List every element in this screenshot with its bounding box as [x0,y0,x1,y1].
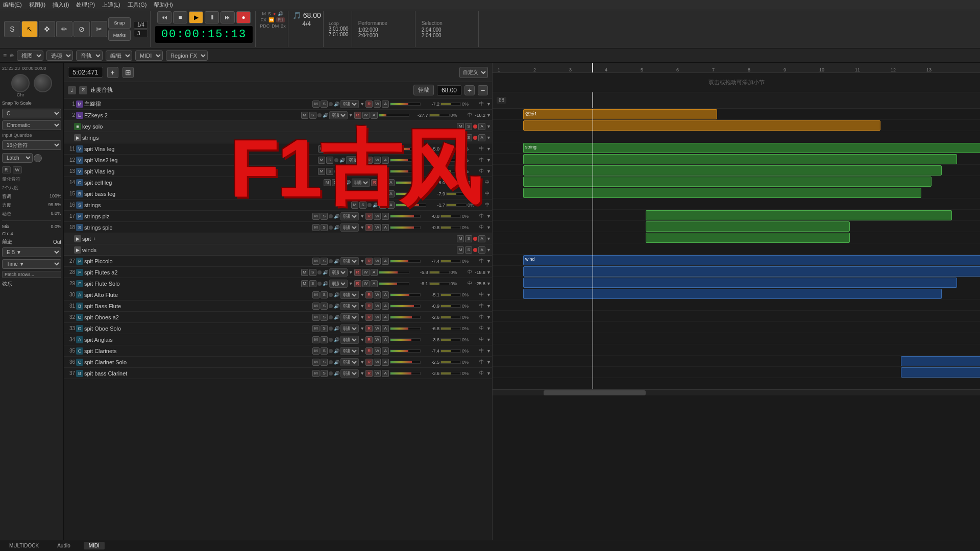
mute-btn-28[interactable]: M [301,269,308,276]
a-btn-17[interactable]: A [382,213,389,220]
read-btn-18[interactable]: R [365,224,373,231]
read-btn-11[interactable]: R [365,145,373,153]
dropdown-28[interactable]: ▼ [349,270,353,275]
a-btn-36[interactable]: A [382,359,389,366]
play-btn[interactable]: ▶ [189,11,203,23]
solo-btn-29[interactable]: S [309,280,316,287]
solo-btn-16[interactable]: S [359,202,366,209]
mute-btn-1[interactable]: M [312,101,320,108]
cycle-btn[interactable]: ⊞ [122,67,134,78]
read-btn-27[interactable]: R [365,258,373,265]
expand-28[interactable]: ▼ [486,270,491,275]
clip-1[interactable]: 弦乐1 [523,109,717,119]
expand-27[interactable]: ▼ [486,259,491,264]
solo-btn-34[interactable]: S [321,336,328,343]
clip-35[interactable] [901,356,980,366]
audio-select[interactable]: 音轨 [76,51,103,61]
track-list-icon[interactable]: ≡ [3,52,7,59]
key-selector[interactable]: C [2,109,61,118]
clip-2[interactable] [523,120,880,131]
clip-16[interactable] [646,210,952,220]
a-btn-ks[interactable]: A [478,123,485,130]
write-btn-18[interactable]: W [374,224,381,231]
mute-btn-31[interactable]: M [312,303,320,310]
dropdown-1[interactable]: ▼ [360,102,364,107]
menu-item-edit[interactable]: 编辑(E) [3,1,22,9]
mute-btn-12[interactable]: M [318,157,325,164]
write-btn-27[interactable]: W [374,258,381,265]
clip-winds[interactable]: wind [523,255,980,265]
move-tool-btn[interactable]: ✥ [39,21,55,37]
menu-item-view[interactable]: 视图(I) [29,1,45,9]
write-btn-29[interactable]: W [362,280,370,287]
record-btn[interactable]: ● [236,11,251,23]
track-preset-37[interactable]: 弱脑 [340,369,359,378]
clip-28[interactable] [523,278,957,288]
mute-btn-16[interactable]: M [351,202,358,209]
dropdown-27[interactable]: ▼ [360,259,364,264]
dropdown-31[interactable]: ▼ [360,304,364,309]
expand-34[interactable]: ▼ [486,337,491,342]
midi-select[interactable]: MIDI [135,51,163,61]
mute-btn-30[interactable]: M [312,291,320,298]
track-preset-34[interactable]: 弱脑 [340,336,359,344]
read-btn-13[interactable]: R [365,168,373,175]
read-btn-29[interactable]: R [354,280,361,287]
snap-value[interactable]: 1/4 [134,21,148,29]
a-btn-32[interactable]: A [382,314,389,321]
clip-36[interactable] [901,367,980,378]
mute-btn-sp[interactable]: M [457,235,464,242]
solo-btn-11[interactable]: S [326,145,333,153]
write-btn-35[interactable]: W [374,347,381,355]
mute-btn-2[interactable]: M [301,112,308,119]
dropdown-30[interactable]: ▼ [360,292,364,297]
track-preset-30[interactable]: 弱脑 [340,291,359,299]
track-preset-32[interactable]: 弱脑 [340,313,359,321]
solo-btn-2[interactable]: S [309,112,316,119]
add-measure-area[interactable]: 双击或拖动可添加小节 [493,73,980,92]
select-select[interactable]: 选项 [46,51,73,61]
smart-tool-btn[interactable]: S [4,21,20,37]
a-btn-27[interactable]: A [382,258,389,265]
solo-btn-14[interactable]: S [332,179,339,186]
solo-btn-32[interactable]: S [321,314,328,321]
a-btn-34[interactable]: A [382,336,389,343]
write-btn-32[interactable]: W [374,314,381,321]
grid-value[interactable]: 3 [134,30,148,37]
expand-32[interactable]: ▼ [486,315,491,320]
track-preset-36[interactable]: 弱脑 [340,358,359,366]
midi-tab[interactable]: MIDI [84,542,105,549]
track-preset-35[interactable]: 弱脑 [340,347,359,355]
a-btn-18[interactable]: A [382,224,389,231]
read-btn-14[interactable]: R [371,179,378,186]
read-btn-28[interactable]: R [354,269,361,276]
solo-btn-27[interactable]: S [321,258,328,265]
a-btn-2[interactable]: A [371,112,378,119]
solo-btn-18[interactable]: S [321,224,328,231]
read-btn-33[interactable]: R [365,325,373,332]
dropdown-32[interactable]: ▼ [360,315,364,320]
r-btn[interactable]: R [2,166,11,173]
menu-item-insert[interactable]: 插入(I) [53,1,69,9]
read-btn-32[interactable]: R [365,314,373,321]
clip-29[interactable] [523,289,942,299]
expand-33[interactable]: ▼ [486,326,491,331]
solo-btn-sp[interactable]: S [465,235,472,242]
read-btn-17[interactable]: R [365,213,373,220]
a-btn-16[interactable]: A [387,202,395,209]
write-btn-28[interactable]: W [362,269,370,276]
dropdown-37[interactable]: ▼ [360,371,364,376]
expand-37[interactable]: ▼ [486,371,491,376]
dropdown-2[interactable]: ▼ [349,113,353,118]
a-btn-11[interactable]: A [382,145,389,153]
solo-btn-13[interactable]: S [326,168,333,175]
a-btn-35[interactable]: A [382,347,389,355]
read-btn-35[interactable]: R [365,347,373,355]
fastforward-btn[interactable]: ⏭ [220,11,235,23]
division-selector[interactable]: 16分音符 [2,140,61,150]
read-btn-30[interactable]: R [365,291,373,298]
expand-1[interactable]: ▼ [486,102,491,107]
chromatic-selector[interactable]: Chromatic [2,120,61,130]
mute-btn-17[interactable]: M [312,213,320,220]
tempo-minus-btn[interactable]: − [478,85,488,95]
